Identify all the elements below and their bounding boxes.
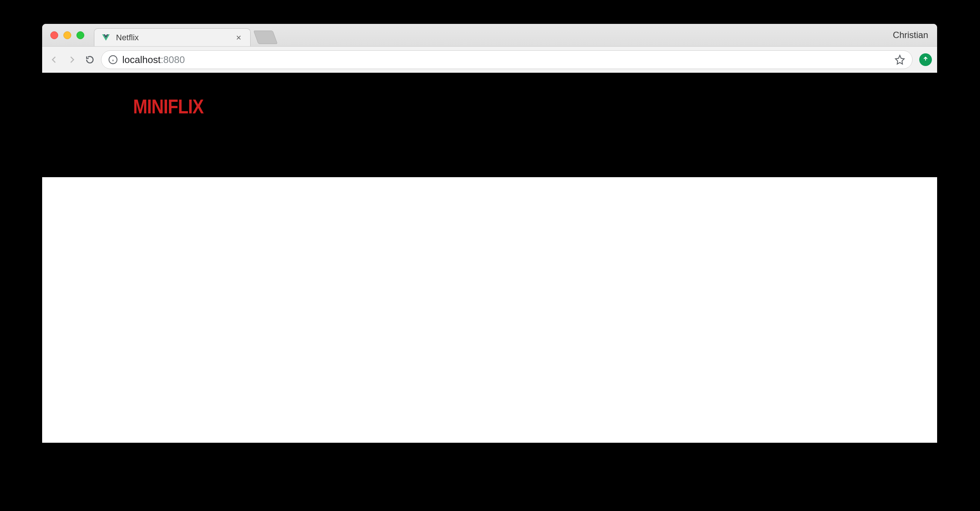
bookmark-star-icon[interactable] <box>894 54 905 65</box>
address-bar-row: localhost:8080 <box>42 46 937 73</box>
address-bar[interactable]: localhost:8080 <box>101 50 913 69</box>
tab-bar: Netflix × Christian <box>42 24 937 46</box>
url-port: :8080 <box>161 54 185 65</box>
traffic-lights <box>47 24 87 46</box>
tab-title: Netflix <box>116 33 234 43</box>
reload-button[interactable] <box>83 53 97 66</box>
page-body <box>42 177 937 443</box>
tab-close-icon[interactable]: × <box>234 33 243 42</box>
browser-window: Netflix × Christian <box>42 24 937 443</box>
vue-favicon-icon <box>101 33 111 43</box>
forward-button[interactable] <box>65 53 79 66</box>
window-maximize-button[interactable] <box>76 31 84 39</box>
new-tab-button[interactable] <box>253 30 277 44</box>
window-close-button[interactable] <box>50 31 58 39</box>
extension-icon[interactable] <box>919 53 932 66</box>
miniflix-logo: MINIFLIX <box>133 95 204 118</box>
back-button[interactable] <box>47 53 61 66</box>
profile-name[interactable]: Christian <box>893 30 932 40</box>
browser-chrome: Netflix × Christian <box>42 24 937 73</box>
browser-tab[interactable]: Netflix × <box>94 29 251 46</box>
site-header: MINIFLIX <box>42 73 937 141</box>
site-info-icon[interactable] <box>108 55 118 65</box>
url-host: localhost <box>123 54 161 65</box>
window-minimize-button[interactable] <box>64 31 71 39</box>
page-content: MINIFLIX <box>42 73 937 177</box>
url-text: localhost:8080 <box>123 54 890 66</box>
